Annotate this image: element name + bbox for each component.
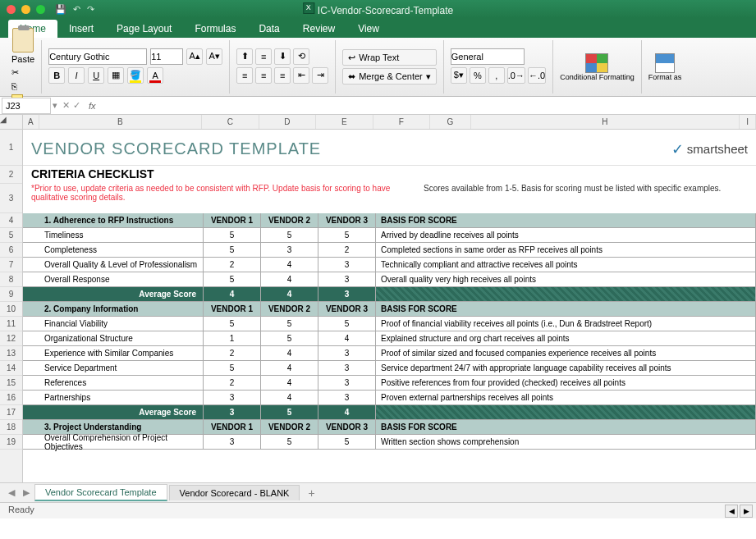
indent-increase-button[interactable]: ⇥ — [312, 67, 328, 84]
col-A[interactable]: A — [23, 115, 39, 129]
qat-redo-icon[interactable]: ↷ — [87, 4, 94, 15]
row-3[interactable]: 3 — [0, 184, 22, 213]
col-E[interactable]: E — [316, 115, 373, 129]
col-B[interactable]: B — [39, 115, 202, 129]
tab-nav-prev[interactable]: ◀ — [5, 487, 18, 498]
row-4[interactable]: 4 — [0, 213, 22, 228]
tab-nav-next[interactable]: ▶ — [20, 487, 33, 498]
col-D[interactable]: D — [259, 115, 316, 129]
font-name-select[interactable] — [48, 48, 147, 65]
increase-font-button[interactable]: A▴ — [186, 48, 203, 65]
select-all-corner[interactable]: ◢ — [0, 115, 23, 129]
wrap-text-button[interactable]: ↩ Wrap Text — [342, 49, 437, 66]
format-as-table-button[interactable]: Format as — [642, 40, 689, 94]
qat-save-icon[interactable]: 💾 — [55, 4, 66, 15]
score-v3: 5 — [318, 228, 376, 242]
check-icon: ✓ — [671, 140, 684, 158]
row-14[interactable]: 14 — [0, 361, 22, 376]
col-G[interactable]: G — [430, 115, 471, 129]
merge-center-button[interactable]: ⬌ Merge & Center ▾ — [342, 68, 437, 85]
align-left-button[interactable]: ≡ — [236, 67, 253, 84]
decrease-decimal-button[interactable]: ←.0 — [528, 67, 546, 84]
currency-button[interactable]: $▾ — [451, 67, 467, 84]
enter-formula-icon[interactable]: ✓ — [73, 100, 80, 111]
basis-text: Service department 24/7 with appropriate… — [376, 361, 756, 375]
row-17[interactable]: 17 — [0, 405, 22, 420]
col-F[interactable]: F — [373, 115, 430, 129]
score-v3: 3 — [318, 361, 376, 375]
row-19[interactable]: 19 — [0, 435, 22, 450]
row-8[interactable]: 8 — [0, 272, 22, 287]
align-top-button[interactable]: ⬆ — [236, 48, 253, 65]
align-middle-button[interactable]: ≡ — [255, 48, 272, 65]
decrease-font-button[interactable]: A▾ — [206, 48, 222, 65]
tab-review[interactable]: Review — [291, 20, 346, 38]
row-18[interactable]: 18 — [0, 420, 22, 435]
align-center-button[interactable]: ≡ — [255, 67, 272, 84]
underline-button[interactable]: U — [88, 67, 104, 84]
row-16[interactable]: 16 — [0, 391, 22, 405]
fill-color-button[interactable]: 🪣 — [127, 67, 144, 84]
row-6[interactable]: 6 — [0, 243, 22, 258]
row-5[interactable]: 5 — [0, 228, 22, 243]
italic-button[interactable]: I — [68, 67, 85, 84]
criteria-label: Experience with Similar Companies — [39, 346, 204, 360]
font-size-select[interactable] — [150, 48, 183, 65]
criteria-label: Financial Viability — [39, 317, 204, 331]
font-color-button[interactable]: A — [147, 67, 163, 84]
sheet-tab-blank[interactable]: Vendor Scorecard - BLANK — [169, 485, 300, 500]
increase-decimal-button[interactable]: .0→ — [507, 67, 525, 84]
row-7[interactable]: 7 — [0, 258, 22, 272]
bold-button[interactable]: B — [48, 67, 65, 84]
scroll-left-button[interactable]: ◀ — [725, 505, 738, 518]
tab-insert[interactable]: Insert — [57, 20, 105, 38]
conditional-formatting-button[interactable]: Conditional Formatting — [553, 40, 642, 94]
orientation-button[interactable]: ⟲ — [293, 48, 309, 65]
sheet-tab-active[interactable]: Vendor Scorecard Template — [34, 484, 167, 501]
col-vendor1: VENDOR 1 — [204, 420, 261, 434]
cancel-formula-icon[interactable]: ✕ — [62, 100, 70, 111]
name-box[interactable] — [2, 98, 51, 114]
col-C[interactable]: C — [202, 115, 259, 129]
tab-formulas[interactable]: Formulas — [183, 20, 247, 38]
row-12[interactable]: 12 — [0, 331, 22, 346]
col-H[interactable]: H — [471, 115, 740, 129]
worksheet[interactable]: VENDOR SCORECARD TEMPLATE ✓smartsheet CR… — [23, 130, 756, 482]
comma-button[interactable]: , — [488, 67, 505, 84]
align-right-button[interactable]: ≡ — [274, 67, 291, 84]
row-15[interactable]: 15 — [0, 376, 22, 391]
avg-v2: 4 — [261, 287, 318, 301]
row-9[interactable]: 9 — [0, 287, 22, 302]
number-format-select[interactable] — [451, 48, 525, 65]
indent-decrease-button[interactable]: ⇤ — [293, 67, 309, 84]
percent-button[interactable]: % — [470, 67, 486, 84]
row-10[interactable]: 10 — [0, 302, 22, 317]
align-bottom-button[interactable]: ⬇ — [274, 48, 291, 65]
zoom-window-button[interactable] — [36, 5, 45, 14]
row-11[interactable]: 11 — [0, 317, 22, 331]
col-basis: BASIS FOR SCORE — [376, 420, 756, 434]
score-v2: 3 — [261, 243, 318, 257]
border-button[interactable]: ▦ — [108, 67, 124, 84]
row-2[interactable]: 2 — [0, 166, 22, 184]
row-13[interactable]: 13 — [0, 346, 22, 361]
tab-page-layout[interactable]: Page Layout — [105, 20, 183, 38]
cut-icon[interactable]: ✂ — [11, 67, 23, 78]
copy-icon[interactable]: ⎘ — [11, 81, 23, 91]
close-window-button[interactable] — [7, 5, 16, 14]
col-I[interactable]: I — [740, 115, 756, 129]
tab-view[interactable]: View — [346, 20, 391, 38]
add-sheet-button[interactable]: + — [301, 486, 321, 500]
paste-button[interactable]: Paste — [11, 28, 34, 64]
scroll-right-button[interactable]: ▶ — [740, 505, 753, 518]
status-bar: Ready — [0, 502, 756, 518]
fx-icon[interactable]: fx — [85, 101, 99, 111]
score-v1: 1 — [204, 331, 261, 345]
formula-input[interactable] — [99, 98, 756, 114]
minimize-window-button[interactable] — [21, 5, 30, 14]
qat-undo-icon[interactable]: ↶ — [73, 4, 80, 15]
row-1[interactable]: 1 — [0, 130, 22, 166]
score-v3: 5 — [318, 317, 376, 331]
tab-data[interactable]: Data — [247, 20, 291, 38]
col-basis: BASIS FOR SCORE — [376, 213, 756, 227]
